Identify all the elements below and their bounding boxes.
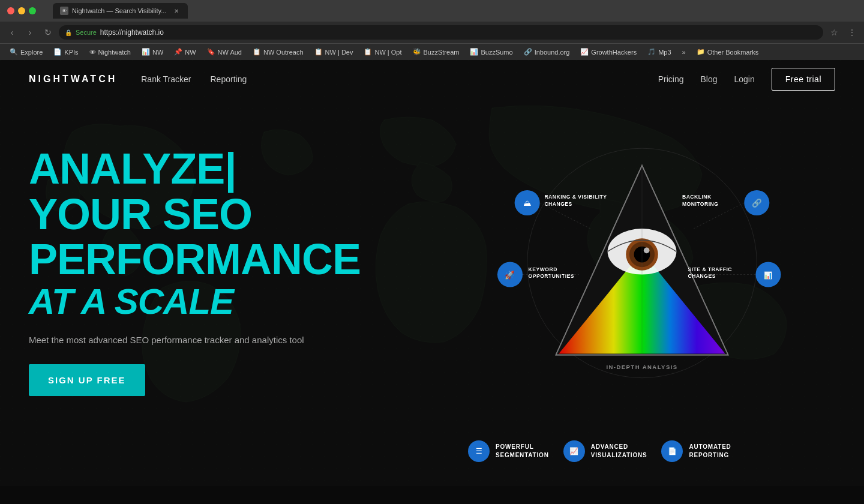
bookmark-other[interactable]: 📁 Other Bookmarks	[692, 47, 764, 57]
hero-line1: ANALYZE|	[29, 146, 341, 192]
segmentation-label: POWERFUL SEGMENTATION	[496, 443, 549, 460]
reporting-icon: 📄	[661, 440, 683, 462]
menu-button[interactable]: ⋮	[845, 25, 859, 40]
feature-reporting: 📄 AUTOMATED REPORTING	[661, 440, 731, 462]
hero-text: ANALYZE| YOUR SEO PERFORMANCE AT A SCALE…	[29, 134, 341, 396]
nav-reporting[interactable]: Reporting	[211, 74, 247, 84]
bookmark-nw-opt[interactable]: 📋 NW | Opt	[359, 47, 406, 57]
hero-headline: ANALYZE| YOUR SEO PERFORMANCE AT A SCALE	[29, 146, 341, 320]
svg-text:SITE & TRAFFIC: SITE & TRAFFIC	[688, 266, 733, 272]
feature-diagram: IN-DEPTH ANALYSIS ⛰ RANKING & VISIBILITY…	[468, 137, 816, 401]
star-button[interactable]: ☆	[827, 25, 841, 40]
tab-close-icon[interactable]: ✕	[172, 7, 181, 15]
svg-text:⛰: ⛰	[523, 199, 531, 208]
signup-button[interactable]: SIGN UP FREE	[29, 364, 145, 396]
minimize-button[interactable]	[18, 7, 25, 14]
bookmark-nw1[interactable]: 📊 NW	[137, 47, 168, 57]
svg-text:MONITORING: MONITORING	[682, 201, 718, 207]
nav-blog[interactable]: Blog	[700, 74, 717, 84]
title-bar: 👁 Nightwatch — Search Visibility... ✕	[0, 0, 864, 22]
svg-point-11	[644, 248, 650, 254]
hero-section: ANALYZE| YOUR SEO PERFORMANCE AT A SCALE…	[0, 98, 864, 396]
svg-text:RANKING & VISIBILITY: RANKING & VISIBILITY	[544, 194, 607, 200]
hero-line2: YOUR SEO PERFORMANCE	[29, 192, 341, 283]
nav-right: Pricing Blog Login Free trial	[658, 68, 835, 91]
reload-button[interactable]: ↻	[41, 25, 55, 40]
svg-text:KEYWORD: KEYWORD	[529, 266, 557, 272]
svg-text:BACKLINK: BACKLINK	[682, 194, 712, 200]
svg-text:CHANGES: CHANGES	[544, 201, 572, 207]
bookmark-inbound[interactable]: 🔗 Inbound.org	[519, 47, 575, 57]
website-content: NIGHTWATCH Rank Tracker Reporting Pricin…	[0, 60, 864, 486]
bookmark-growthhackers[interactable]: 📈 GrowthHackers	[575, 47, 641, 57]
back-button[interactable]: ‹	[5, 25, 19, 40]
bookmark-nw-aud[interactable]: 🔖 NW Aud	[202, 47, 247, 57]
bookmark-buzzstream[interactable]: 🐝 BuzzStream	[408, 47, 464, 57]
browser-tab[interactable]: 👁 Nightwatch — Search Visibility... ✕	[53, 3, 188, 19]
nav-rank-tracker[interactable]: Rank Tracker	[141, 74, 191, 84]
svg-text:🔗: 🔗	[752, 198, 762, 208]
bookmark-mp3[interactable]: 🎵 Mp3	[643, 47, 676, 57]
address-bar[interactable]: 🔒 Secure https://nightwatch.io	[59, 25, 823, 40]
diagram-container: IN-DEPTH ANALYSIS ⛰ RANKING & VISIBILITY…	[468, 137, 816, 401]
nav-links: Rank Tracker Reporting	[141, 74, 247, 84]
bookmark-nightwatch[interactable]: 👁 Nightwatch	[85, 47, 136, 57]
feature-visualizations: 📈 ADVANCED VISUALIZATIONS	[563, 440, 647, 462]
address-bar-row: ‹ › ↻ 🔒 Secure https://nightwatch.io ☆ ⋮	[0, 22, 864, 43]
site-nav: NIGHTWATCH Rank Tracker Reporting Pricin…	[0, 60, 864, 98]
secure-label: Secure	[76, 29, 97, 36]
free-trial-button[interactable]: Free trial	[772, 68, 835, 91]
site-logo[interactable]: NIGHTWATCH	[29, 74, 117, 85]
feature-segmentation: ☰ POWERFUL SEGMENTATION	[468, 440, 549, 462]
maximize-button[interactable]	[29, 7, 36, 14]
hero-subtitle: Meet the most advanced SEO performance t…	[29, 335, 341, 345]
hero-line3: AT A SCALE	[29, 283, 341, 320]
tab-favicon: 👁	[60, 7, 68, 15]
features-bottom-row: ☰ POWERFUL SEGMENTATION 📈 ADVANCED VISUA…	[468, 440, 731, 462]
traffic-lights	[7, 7, 36, 14]
bookmark-kpis[interactable]: 📄 KPIs	[49, 47, 83, 57]
tab-title: Nightwatch — Search Visibility...	[72, 7, 166, 14]
bookmark-more[interactable]: »	[677, 47, 691, 57]
nav-pricing[interactable]: Pricing	[658, 74, 684, 84]
bookmark-nw-outreach[interactable]: 📋 NW Outreach	[248, 47, 308, 57]
visualizations-icon: 📈	[563, 440, 585, 462]
forward-button[interactable]: ›	[23, 25, 37, 40]
bookmark-buzzsumo[interactable]: 📊 BuzzSumo	[465, 47, 517, 57]
svg-text:IN-DEPTH ANALYSIS: IN-DEPTH ANALYSIS	[606, 364, 677, 370]
bookmark-nw2[interactable]: 📌 NW	[169, 47, 200, 57]
browser-chrome: 👁 Nightwatch — Search Visibility... ✕ ‹ …	[0, 0, 864, 60]
svg-text:CHANGES: CHANGES	[688, 273, 716, 279]
bookmark-explore[interactable]: 🔍 Explore	[5, 47, 47, 57]
svg-text:🚀: 🚀	[505, 270, 515, 280]
svg-text:📊: 📊	[764, 271, 773, 280]
bookmarks-bar: 🔍 Explore 📄 KPIs 👁 Nightwatch 📊 NW 📌 NW …	[0, 43, 864, 60]
reporting-label: AUTOMATED REPORTING	[689, 443, 731, 460]
bookmark-nw-dev[interactable]: 📋 NW | Dev	[310, 47, 358, 57]
nav-login[interactable]: Login	[734, 74, 755, 84]
svg-text:OPPORTUNITIES: OPPORTUNITIES	[529, 273, 574, 279]
segmentation-icon: ☰	[468, 440, 490, 462]
visualizations-label: ADVANCED VISUALIZATIONS	[591, 443, 647, 460]
close-button[interactable]	[7, 7, 14, 14]
lock-icon: 🔒	[65, 29, 72, 36]
url-text: https://nightwatch.io	[100, 28, 164, 37]
